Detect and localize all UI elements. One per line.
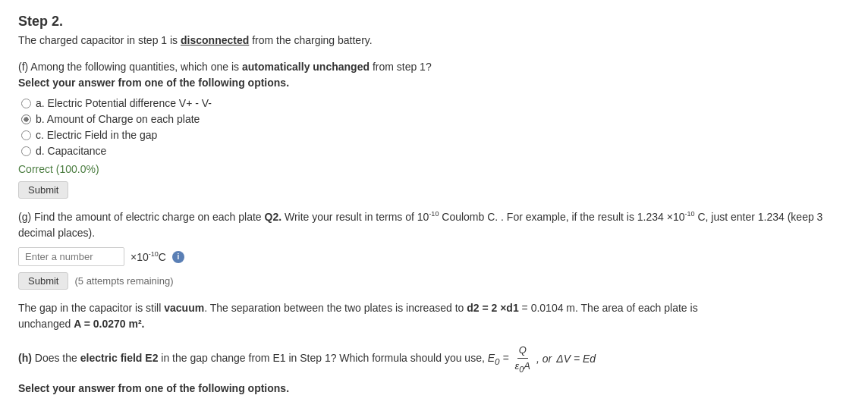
option-a[interactable]: a. Electric Potential difference V+ - V-	[21, 97, 850, 109]
question-g-section: (g) Find the amount of electric charge o…	[18, 209, 850, 290]
charge-input-row: ×10-10C i	[18, 247, 850, 266]
question-f-text: (f) Among the following quantities, whic…	[18, 59, 850, 91]
formula-dv: ΔV = Ed	[556, 351, 596, 367]
question-h-text2: in the gap change from E1 in Step 1? Whi…	[158, 352, 487, 364]
fraction: Q ε0A	[514, 343, 532, 375]
radio-c[interactable]	[21, 130, 31, 140]
gap-eq: = 0.0104 m. The area of each plate is	[519, 302, 698, 314]
gap-description-section: The gap in the capacitor is still vacuum…	[18, 300, 850, 332]
radio-b[interactable]	[21, 114, 31, 124]
charge-input[interactable]	[18, 247, 124, 266]
submit-f-button[interactable]: Submit	[18, 181, 68, 199]
question-h-label: (h)	[18, 352, 32, 364]
option-d[interactable]: d. Capacitance	[21, 145, 850, 157]
option-c[interactable]: c. Electric Field in the gap	[21, 129, 850, 141]
option-d-label: d. Capacitance	[36, 145, 106, 157]
question-g-paragraph: (g) Find the amount of electric charge o…	[18, 209, 850, 241]
options-list: a. Electric Potential difference V+ - V-…	[21, 97, 850, 157]
gap-area: A = 0.0270 m².	[74, 318, 144, 330]
gap-text1: The gap in the capacitor is still	[18, 302, 164, 314]
option-b-label: b. Amount of Charge on each plate	[36, 113, 200, 125]
question-h-section: (h) Does the electric field E2 in the ga…	[18, 343, 850, 397]
question-h-e2: electric field E2	[80, 352, 159, 364]
gap-unchanged: unchanged	[18, 318, 74, 330]
option-b[interactable]: b. Amount of Charge on each plate	[21, 113, 850, 125]
step-intro-end: from the charging battery.	[252, 34, 372, 46]
exp-2: -10	[685, 210, 695, 218]
step-intro-paragraph: The charged capacitor in step 1 is disco…	[18, 33, 850, 49]
attempts-text: (5 attempts remaining)	[74, 275, 173, 287]
question-h-text1: Does the	[35, 352, 80, 364]
option-c-label: c. Electric Field in the gap	[36, 129, 157, 141]
question-f-label: (f) Among the following quantities, whic…	[18, 61, 239, 73]
select-instruction: Select your answer from one of the follo…	[18, 77, 289, 89]
question-h-select: Select your answer from one of the follo…	[18, 381, 850, 397]
step-heading-section: Step 2. The charged capacitor in step 1 …	[18, 14, 850, 49]
unit-label: ×10-10C	[131, 250, 166, 263]
question-f-end: from step 1?	[373, 61, 432, 73]
question-f-bold: automatically unchanged	[242, 61, 370, 73]
exp-1: -10	[429, 210, 439, 218]
radio-a[interactable]	[21, 99, 31, 108]
formula-E0: E0 =	[488, 350, 509, 368]
correct-feedback: Correct (100.0%)	[18, 162, 850, 177]
gap-bold1: vacuum	[164, 302, 204, 314]
option-a-label: a. Electric Potential difference V+ - V-	[36, 97, 212, 109]
formula-block: E0 = Q ε0A , or ΔV = Ed	[488, 343, 596, 375]
submit-g-row: Submit (5 attempts remaining)	[18, 272, 850, 290]
question-g-intro: (g) Find the amount of electric charge o…	[18, 211, 262, 223]
step-intro-bold: disconnected	[181, 34, 249, 46]
radio-d[interactable]	[21, 146, 31, 156]
question-h-paragraph: (h) Does the electric field E2 in the ga…	[18, 343, 850, 375]
gap-paragraph: The gap in the capacitor is still vacuum…	[18, 300, 850, 332]
step-heading: Step 2.	[18, 14, 850, 30]
gap-text2: . The separation between the two plates …	[204, 302, 467, 314]
info-icon[interactable]: i	[172, 251, 184, 263]
fraction-num: Q	[517, 343, 528, 359]
fraction-den: ε0A	[514, 359, 532, 375]
gap-d2: d2 = 2 ×d1	[467, 302, 518, 314]
formula-or: , or	[536, 351, 552, 367]
submit-g-button[interactable]: Submit	[18, 272, 68, 290]
question-g-var: Q2.	[265, 211, 282, 223]
question-f-section: (f) Among the following quantities, whic…	[18, 59, 850, 199]
step-intro-text: The charged capacitor in step 1 is	[18, 34, 178, 46]
